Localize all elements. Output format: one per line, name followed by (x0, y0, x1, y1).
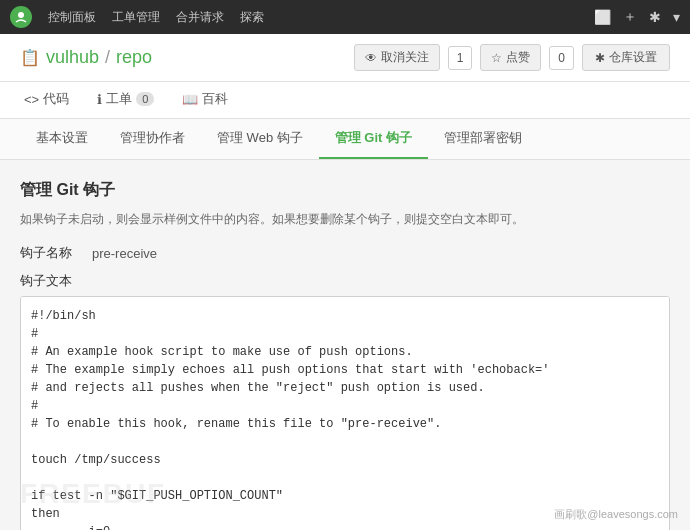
star-icon: ☆ (491, 51, 502, 65)
tab-manage-collaborators[interactable]: 管理协作者 (104, 119, 201, 159)
monitor-icon[interactable]: ⬜ (594, 9, 611, 25)
nav-explore[interactable]: 探索 (240, 9, 264, 26)
repo-settings-button[interactable]: ✱ 仓库设置 (582, 44, 670, 71)
star-count: 0 (549, 46, 574, 70)
section-desc: 如果钩子未启动，则会显示样例文件中的内容。如果想要删除某个钩子，则提交空白文本即… (20, 211, 670, 228)
subnav-wiki[interactable]: 📖 百科 (178, 82, 232, 118)
nav-control-panel[interactable]: 控制面板 (48, 9, 96, 26)
eye-icon: 👁 (365, 51, 377, 65)
header-bar: 📋 vulhub / repo 👁 取消关注 1 ☆ 点赞 0 ✱ 仓库设置 (0, 34, 690, 82)
svg-point-0 (18, 12, 24, 18)
info-icon: ℹ (97, 92, 102, 107)
code-editor[interactable] (21, 297, 669, 530)
plus-icon[interactable]: ＋ (623, 8, 637, 26)
subnav-code[interactable]: <> 代码 (20, 82, 73, 118)
main-content: 管理 Git 钩子 如果钩子未启动，则会显示样例文件中的内容。如果想要删除某个钩… (0, 160, 690, 530)
repo-separator: / (105, 47, 110, 68)
page-tabs: 基本设置 管理协作者 管理 Web 钩子 管理 Git 钩子 管理部署密钥 (0, 119, 690, 160)
hook-name-row: 钩子名称 pre-receive (20, 244, 670, 262)
watch-button[interactable]: 👁 取消关注 (354, 44, 440, 71)
logo[interactable] (10, 6, 32, 28)
nav-merge-request[interactable]: 合并请求 (176, 9, 224, 26)
hook-text-section: 钩子文本 (20, 272, 670, 530)
nav-workorder[interactable]: 工单管理 (112, 9, 160, 26)
code-icon: <> (24, 92, 39, 107)
top-navbar: 控制面板 工单管理 合并请求 探索 ⬜ ＋ ✱ ▾ (0, 0, 690, 34)
settings-icon: ✱ (595, 51, 605, 65)
star-button[interactable]: ☆ 点赞 (480, 44, 541, 71)
hook-text-label: 钩子文本 (20, 272, 670, 290)
repo-owner-link[interactable]: vulhub (46, 47, 99, 68)
tab-manage-git-hooks[interactable]: 管理 Git 钩子 (319, 119, 428, 159)
repo-icon: 📋 (20, 48, 40, 67)
section-title: 管理 Git 钩子 (20, 180, 670, 201)
tab-manage-webhooks[interactable]: 管理 Web 钩子 (201, 119, 319, 159)
watch-count: 1 (448, 46, 473, 70)
repo-name-link[interactable]: repo (116, 47, 152, 68)
hook-name-value: pre-receive (92, 246, 157, 261)
repo-title: 📋 vulhub / repo (20, 47, 152, 68)
issues-badge: 0 (136, 92, 154, 106)
subnav-issues[interactable]: ℹ 工单 0 (93, 82, 158, 118)
wiki-icon: 📖 (182, 92, 198, 107)
footer-attribution: 画刷歌@leavesongs.com (554, 507, 678, 522)
tab-basic-settings[interactable]: 基本设置 (20, 119, 104, 159)
caret-icon[interactable]: ▾ (673, 9, 680, 25)
settings-icon[interactable]: ✱ (649, 9, 661, 25)
hook-name-label: 钩子名称 (20, 244, 80, 262)
header-actions: 👁 取消关注 1 ☆ 点赞 0 ✱ 仓库设置 (354, 44, 670, 71)
tab-manage-deploy-keys[interactable]: 管理部署密钥 (428, 119, 538, 159)
sub-navbar: <> 代码 ℹ 工单 0 📖 百科 (0, 82, 690, 119)
code-editor-wrapper (20, 296, 670, 530)
